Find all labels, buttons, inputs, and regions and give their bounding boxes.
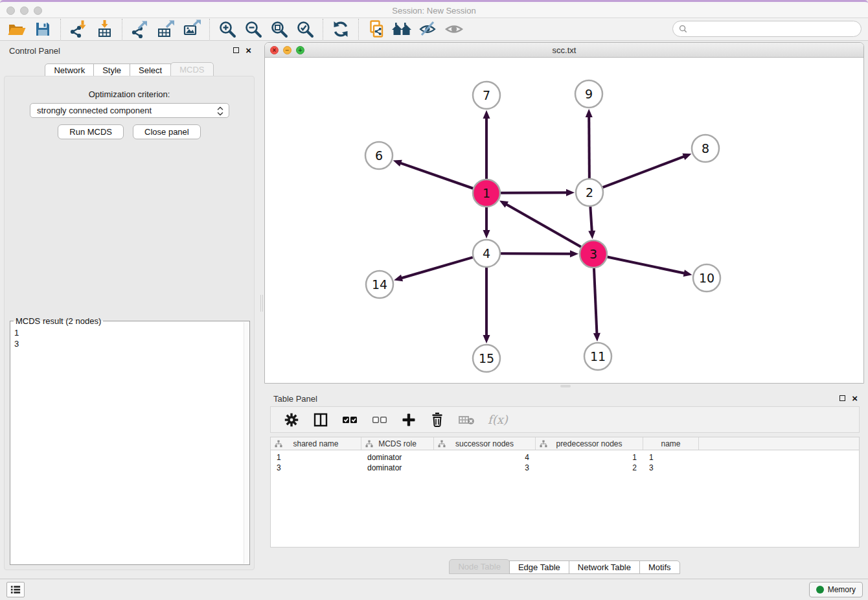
zoom-selected-icon[interactable] [292,19,318,40]
hide-selected-icon[interactable] [415,19,441,40]
edge-3-10[interactable] [608,257,685,273]
control-panel-body: Optimization criterion: strongly connect… [4,76,255,570]
search-box[interactable] [672,21,862,37]
node-label-8: 8 [702,141,709,156]
select-all-checks-icon[interactable] [341,413,358,427]
tab-mcds[interactable]: MCDS [170,62,213,77]
tab-network[interactable]: Network [45,63,94,77]
column-header-predecessor-nodes[interactable]: predecessor nodes [536,437,643,450]
edge-1-6[interactable] [400,163,473,189]
node-label-4: 4 [483,246,490,260]
open-file-icon[interactable] [4,19,30,40]
column-visibility-icon[interactable] [313,412,328,428]
cell-successor-nodes[interactable]: 4 [434,453,536,462]
cell-predecessor-nodes[interactable]: 2 [536,463,643,472]
cell-name[interactable]: 3 [643,463,699,472]
node-label-7: 7 [483,88,490,102]
control-panel-close-icon[interactable]: × [246,47,251,54]
edge-arrow-1-2 [566,189,575,196]
export-table-icon[interactable] [153,19,179,40]
node-label-14: 14 [372,277,387,292]
memory-label: Memory [828,585,856,594]
network-graph[interactable]: 7968124314101511 [265,58,863,383]
edge-2-8[interactable] [603,156,685,187]
edge-4-3[interactable] [501,253,571,254]
table-panel-close-icon[interactable]: × [852,395,858,402]
cell-shared-name[interactable]: 3 [271,463,361,472]
column-header-name[interactable]: name [643,437,699,450]
vertical-splitter[interactable] [259,41,264,579]
chevron-up-down-icon [216,106,224,117]
refresh-view-icon[interactable] [328,19,354,40]
network-window-header[interactable]: × − + scc.txt [265,43,863,58]
edge-3-1[interactable] [506,204,580,247]
table-toolbar: f(x) [270,406,860,433]
memory-button[interactable]: Memory [809,582,863,597]
edge-4-14[interactable] [402,257,473,278]
zoom-fit-icon[interactable] [266,19,292,40]
control-panel-float-icon[interactable] [233,47,239,53]
edge-2-3[interactable] [590,207,591,231]
run-mcds-button[interactable]: Run MCDS [58,124,124,139]
zoom-out-icon[interactable] [240,19,266,40]
home-icon[interactable] [389,19,415,40]
network-canvas[interactable]: 7968124314101511 [265,58,863,383]
zoom-in-icon[interactable] [214,19,240,40]
close-panel-button[interactable]: Close panel [133,124,201,139]
column-header-MCDS-role[interactable]: MCDS role [361,437,434,450]
delete-column-icon[interactable] [429,411,445,428]
table-row[interactable]: 3dominator323 [271,463,859,473]
edge-1-2[interactable] [501,192,567,193]
node-table-header: shared nameMCDS rolesuccessor nodesprede… [271,437,859,450]
toolbar-separator [209,19,210,40]
mcds-result-scrollbar[interactable] [244,322,249,564]
edge-arrow-4-14 [394,275,403,282]
column-header-shared-name[interactable]: shared name [271,437,361,450]
tab-network-table[interactable]: Network Table [569,560,640,574]
edge-3-11[interactable] [594,268,597,334]
save-session-icon[interactable] [30,19,56,40]
table-panel-float-icon[interactable] [839,395,845,401]
edge-arrow-1-6 [393,160,402,167]
mcds-result-box[interactable]: MCDS result (2 nodes) 1 3 [10,321,250,565]
export-image-icon[interactable] [179,19,205,40]
task-history-button[interactable] [6,582,25,597]
optimization-criterion-select[interactable]: strongly connected component [30,103,229,118]
tab-node-table[interactable]: Node Table [449,559,510,574]
node-label-15: 15 [479,351,494,365]
column-header-successor-nodes[interactable]: successor nodes [434,437,536,450]
export-network-icon[interactable] [127,19,153,40]
tab-edge-table[interactable]: Edge Table [509,560,569,574]
toolbar-separator [323,19,323,40]
cell-successor-nodes[interactable]: 3 [434,463,536,472]
cell-shared-name[interactable]: 1 [271,453,361,462]
add-column-icon[interactable] [401,412,417,428]
horizontal-splitter[interactable] [264,384,865,389]
cell-MCDS-role[interactable]: dominator [361,463,434,472]
show-all-icon[interactable] [441,19,467,40]
table-row[interactable]: 1dominator411 [271,452,859,463]
edge-arrow-1-4 [483,230,490,238]
node-table: shared nameMCDS rolesuccessor nodesprede… [270,437,860,548]
optimization-criterion-label: Optimization criterion: [5,89,254,99]
node-label-10: 10 [699,271,714,285]
cell-MCDS-role[interactable]: dominator [361,453,434,462]
function-builder-icon: f(x) [488,413,508,426]
tab-select[interactable]: Select [130,63,171,77]
deselect-all-checks-icon[interactable] [371,413,388,427]
node-label-1: 1 [483,186,490,200]
node-table-body: 1dominator4113dominator323 [271,450,859,473]
edge-arrow-2-8 [682,154,691,160]
import-network-icon[interactable] [65,19,91,40]
cell-predecessor-nodes[interactable]: 1 [536,453,643,462]
search-input[interactable] [691,24,853,34]
tab-style[interactable]: Style [93,63,130,77]
cell-name[interactable]: 1 [643,453,699,462]
edge-2-9[interactable] [589,117,589,178]
node-label-3: 3 [589,247,597,261]
import-table-icon[interactable] [91,19,117,40]
settings-gear-icon[interactable] [283,411,300,428]
new-network-from-selection-icon[interactable] [363,19,389,40]
tab-motifs[interactable]: Motifs [639,560,680,574]
edge-arrow-3-10 [683,270,692,277]
